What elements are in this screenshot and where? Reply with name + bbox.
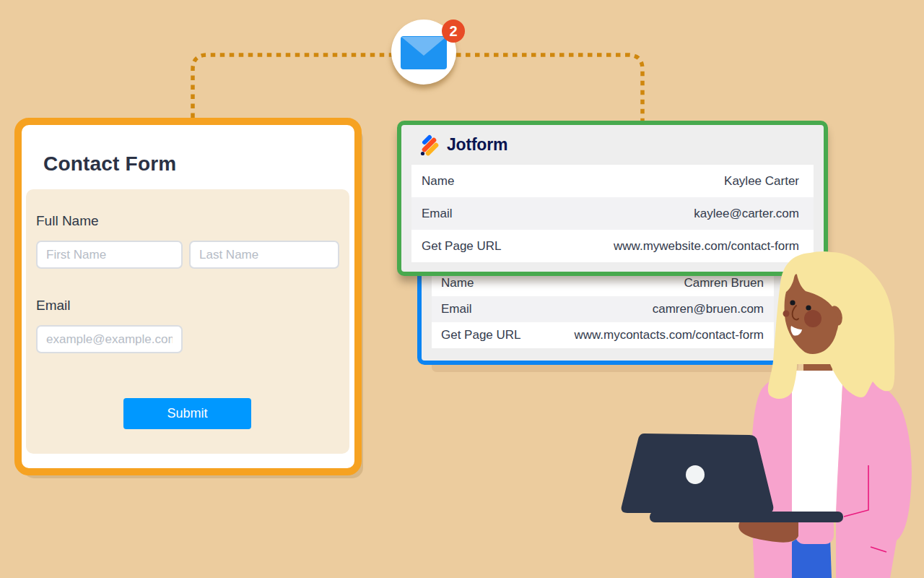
- jacket-right-arm: [836, 371, 912, 578]
- row-label: Get Page URL: [422, 239, 502, 254]
- promo-scene: 2 Contact Form Full Name Email Submit Na…: [0, 0, 924, 578]
- jotform-brand: Jotform: [419, 134, 507, 156]
- row-label: Name: [422, 174, 454, 189]
- table-row: Name Kaylee Carter: [411, 165, 814, 197]
- email-label: Email: [36, 298, 71, 314]
- form-title: Contact Form: [43, 152, 176, 176]
- mail-notification: 2: [391, 20, 456, 85]
- mail-icon: [401, 36, 447, 69]
- laptop-logo-dot: [686, 465, 705, 484]
- row-value: Kaylee Carter: [724, 174, 799, 189]
- row-label: Email: [441, 302, 472, 316]
- pants: [792, 538, 832, 578]
- eye-right: [806, 305, 811, 310]
- table-row: Email kaylee@carter.com: [411, 197, 814, 230]
- first-name-input[interactable]: [36, 241, 183, 269]
- woman-with-laptop-illustration: [614, 238, 924, 578]
- brand-name: Jotform: [447, 135, 507, 155]
- unread-count-badge: 2: [442, 20, 465, 43]
- blush-left: [783, 311, 790, 317]
- full-name-label: Full Name: [36, 213, 99, 229]
- form-panel: Full Name Email Submit: [26, 189, 349, 454]
- jotform-logo-icon: [419, 134, 440, 156]
- last-name-input[interactable]: [189, 241, 339, 269]
- row-label: Get Page URL: [441, 328, 521, 342]
- eye-left: [790, 300, 795, 305]
- card-header: Jotform: [401, 125, 824, 165]
- submit-button[interactable]: Submit: [123, 398, 251, 429]
- contact-form-card: Contact Form Full Name Email Submit: [14, 118, 362, 475]
- laptop-base: [650, 512, 843, 522]
- row-value: kaylee@carter.com: [694, 207, 799, 221]
- shirt: [792, 371, 843, 517]
- row-label: Name: [441, 276, 474, 290]
- row-label: Email: [422, 207, 453, 221]
- blush-right: [804, 310, 821, 327]
- email-input[interactable]: [36, 325, 183, 353]
